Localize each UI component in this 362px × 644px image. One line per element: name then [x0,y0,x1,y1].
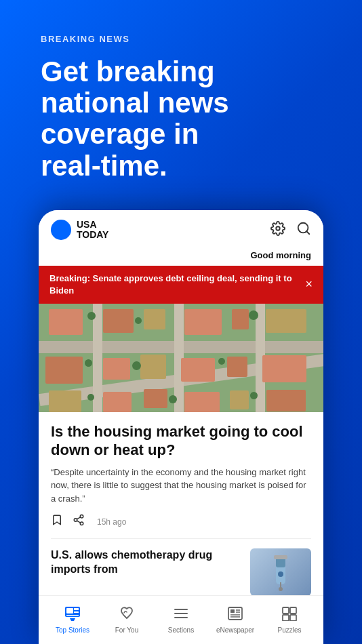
nav-puzzles[interactable]: Puzzles [262,606,317,634]
svg-line-6 [77,521,80,523]
phone-mockup: USA TODAY Good morning Breaking: S [39,210,323,644]
svg-rect-23 [230,609,235,613]
logo-dot [51,220,71,240]
svg-rect-22 [228,607,242,620]
nav-sections[interactable]: Sections [154,606,208,634]
nav-enewspaper-label: eNewspaper [216,626,254,634]
svg-point-0 [276,226,280,230]
hero-section: BREAKING NEWS Get breaking national news… [0,0,362,202]
nav-top-stories-label: Top Stories [56,626,89,634]
nav-for-you[interactable]: For You [100,606,154,634]
bookmark-icon[interactable] [51,513,63,530]
breaking-close-button[interactable]: × [305,277,313,291]
svg-rect-16 [74,608,79,610]
nav-sections-label: Sections [168,626,194,634]
article-content: Is the housing market going to cool down… [39,412,323,538]
article-preview-thumbnail [250,548,311,596]
hero-headline: Get breaking national news coverage in r… [41,56,321,182]
logo-text: USA TODAY [77,220,108,241]
svg-point-13 [279,587,283,591]
svg-rect-11 [274,555,287,559]
header-icons [270,221,311,239]
article-preview-text: U.S. allows chemotherapy drug imports fr… [51,548,242,577]
logo-area: USA TODAY [51,220,108,241]
bottom-nav: Top Stories For You Sections [39,595,323,644]
svg-point-10 [278,571,283,577]
greeting-bar: Good morning [39,247,323,266]
share-icon[interactable] [73,514,85,529]
svg-rect-17 [74,611,79,613]
svg-rect-28 [283,607,289,613]
article-hero-image [39,304,323,412]
svg-rect-30 [283,615,289,621]
nav-puzzles-label: Puzzles [277,626,301,634]
svg-rect-31 [290,615,296,621]
for-you-nav-icon [119,606,135,624]
breaking-banner[interactable]: Breaking: Senate approves debt ceiling d… [39,266,323,304]
search-icon[interactable] [296,221,311,239]
svg-rect-15 [66,608,73,613]
svg-line-7 [77,517,80,519]
article-preview-title: U.S. allows chemotherapy drug imports fr… [51,548,242,577]
enewspaper-nav-icon [227,606,243,624]
sections-nav-icon [173,606,189,624]
svg-rect-18 [66,615,79,616]
puzzles-nav-icon [281,606,298,624]
article-time: 15h ago [97,517,126,527]
nav-enewspaper[interactable]: eNewspaper [208,606,262,634]
svg-rect-29 [290,607,296,613]
settings-icon[interactable] [270,221,285,239]
breaking-label: BREAKING NEWS [41,34,321,44]
article-actions: 15h ago [51,513,311,530]
svg-line-2 [306,231,309,234]
app-header: USA TODAY [39,210,323,247]
nav-for-you-label: For You [115,626,138,634]
breaking-banner-text: Breaking: Senate approves debt ceiling d… [49,273,298,297]
article-title: Is the housing market going to cool down… [51,423,311,459]
nav-top-stories[interactable]: Top Stories [45,606,100,634]
article-excerpt: “Despite uncertainty in the economy and … [51,466,311,506]
top-stories-nav-icon [64,606,81,624]
